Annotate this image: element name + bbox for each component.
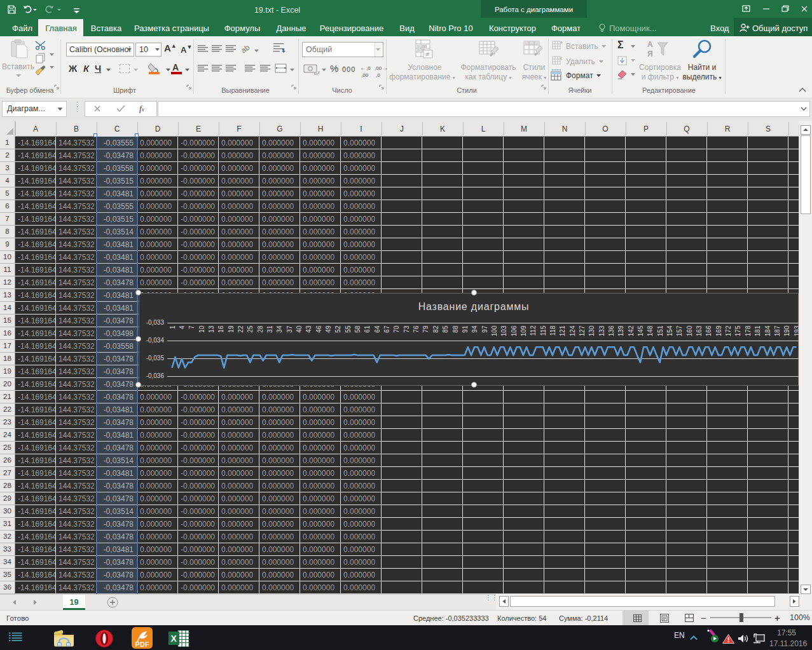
svg-text:133: 133 <box>598 325 605 336</box>
svg-text:193: 193 <box>794 325 799 336</box>
svg-text:46: 46 <box>315 325 322 333</box>
svg-text:142: 142 <box>628 325 635 336</box>
svg-text:127: 127 <box>579 325 586 336</box>
svg-text:64: 64 <box>374 325 381 333</box>
svg-text:16: 16 <box>217 325 224 333</box>
svg-text:187: 187 <box>774 325 781 336</box>
svg-text:169: 169 <box>715 325 722 336</box>
svg-text:X: X <box>171 633 177 644</box>
svg-text:PDF: PDF <box>135 640 150 648</box>
svg-text:124: 124 <box>569 325 576 336</box>
svg-text:19: 19 <box>228 325 235 333</box>
svg-text:61: 61 <box>364 325 371 333</box>
svg-text:43: 43 <box>305 325 312 333</box>
svg-text:67: 67 <box>383 325 390 333</box>
svg-text:Я: Я <box>647 50 653 58</box>
svg-text:70: 70 <box>393 325 400 333</box>
svg-text:1: 1 <box>169 325 176 329</box>
svg-text:А: А <box>647 40 653 49</box>
svg-text:13: 13 <box>208 325 215 333</box>
svg-text:55: 55 <box>345 325 352 333</box>
svg-text:121: 121 <box>559 325 566 336</box>
svg-text:37: 37 <box>286 325 293 333</box>
svg-text:166: 166 <box>705 325 712 336</box>
svg-text:85: 85 <box>442 325 449 333</box>
svg-text:≠: ≠ <box>425 50 429 58</box>
svg-text:160: 160 <box>686 325 693 336</box>
svg-text:190: 190 <box>783 325 790 336</box>
svg-text:136: 136 <box>608 325 615 336</box>
svg-text:151: 151 <box>657 325 664 336</box>
svg-text:139: 139 <box>617 325 624 336</box>
svg-text:175: 175 <box>734 325 741 336</box>
svg-text:25: 25 <box>247 325 254 333</box>
svg-text:22: 22 <box>237 325 244 333</box>
svg-text:79: 79 <box>422 325 429 333</box>
svg-text:76: 76 <box>413 325 420 333</box>
svg-text:145: 145 <box>637 325 644 336</box>
svg-text:106: 106 <box>511 325 518 336</box>
svg-text:28: 28 <box>257 325 264 333</box>
svg-text:40: 40 <box>296 325 303 333</box>
svg-text:115: 115 <box>540 325 547 335</box>
svg-text:148: 148 <box>647 325 654 336</box>
svg-text:178: 178 <box>745 325 752 336</box>
svg-text:7: 7 <box>188 325 195 329</box>
svg-text:112: 112 <box>530 325 537 335</box>
svg-text:130: 130 <box>588 325 595 336</box>
svg-text:100: 100 <box>491 325 498 336</box>
svg-text:73: 73 <box>403 325 410 333</box>
svg-text:10: 10 <box>198 325 205 333</box>
svg-text:109: 109 <box>520 325 527 336</box>
svg-text:4: 4 <box>179 325 186 329</box>
svg-text:184: 184 <box>764 325 771 336</box>
svg-text:88: 88 <box>452 325 459 333</box>
svg-text:49: 49 <box>325 325 332 333</box>
svg-text:82: 82 <box>432 325 439 333</box>
svg-text:172: 172 <box>725 325 732 336</box>
svg-text:94: 94 <box>471 325 478 333</box>
svg-text:157: 157 <box>676 325 683 336</box>
svg-text:52: 52 <box>334 325 341 333</box>
svg-text:58: 58 <box>354 325 361 333</box>
svg-text:34: 34 <box>276 325 283 333</box>
svg-text:103: 103 <box>500 325 507 336</box>
svg-text:97: 97 <box>481 325 488 333</box>
svg-text:163: 163 <box>696 325 703 336</box>
svg-text:118: 118 <box>549 325 556 335</box>
svg-text:91: 91 <box>462 325 469 333</box>
svg-text:154: 154 <box>666 325 673 336</box>
svg-text:181: 181 <box>754 325 761 336</box>
svg-text:31: 31 <box>266 325 273 333</box>
